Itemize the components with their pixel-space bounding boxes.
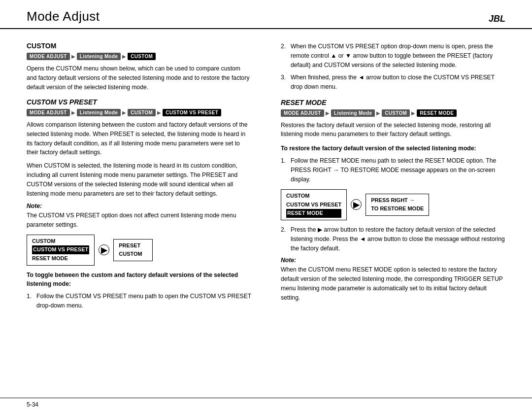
cvp-menu-diagram: CUSTOM CUSTOM VS PRESET RESET MODE ▶ PRE… bbox=[27, 235, 251, 266]
cvp-right-box: PRESET CUSTOM bbox=[113, 239, 153, 261]
step2-num: 2. bbox=[281, 42, 288, 70]
page-number: 5-34 bbox=[27, 401, 38, 408]
restore-step1-text: Follow the RESET MODE menu path to selec… bbox=[291, 156, 505, 184]
reset-arrow3: ▶ bbox=[411, 110, 415, 116]
reset-arrow2: ▶ bbox=[376, 110, 380, 116]
cvp-menu-arrow: ▶ bbox=[99, 244, 109, 255]
breadcrumb-mode-adjust: MODE ADJUST bbox=[27, 53, 70, 60]
reset-right-box: PRESS RIGHT → TO RESTORE MODE bbox=[366, 194, 429, 216]
reset-arrow1: ▶ bbox=[326, 110, 330, 116]
reset-menu-item-cvp: CUSTOM VS PRESET bbox=[286, 201, 341, 209]
toggle-step1: 1. Follow the CUSTOM VS PRESET menu path… bbox=[27, 292, 251, 310]
custom-vs-preset-heading: CUSTOM VS PRESET bbox=[27, 98, 251, 106]
reset-menu-arrow: ▶ bbox=[351, 199, 362, 210]
breadcrumb-arrow1: ▶ bbox=[71, 54, 75, 59]
restore-step1: 1. Follow the RESET MODE menu path to se… bbox=[281, 156, 505, 184]
toggle-instruction: To toggle between the custom and factory… bbox=[27, 271, 251, 289]
breadcrumb-listening-mode: Listening Mode bbox=[77, 53, 121, 60]
breadcrumb2-custom: CUSTOM bbox=[128, 109, 156, 116]
reset-menu-item-reset: RESET MODE bbox=[286, 209, 341, 218]
breadcrumb2-custom-vs-preset: CUSTOM VS PRESET bbox=[163, 109, 221, 116]
step3: 3. When finished, press the ◄ arrow butt… bbox=[281, 73, 505, 92]
reset-right-restore: TO RESTORE MODE bbox=[371, 205, 424, 213]
main-content: CUSTOM MODE ADJUST ▶ Listening Mode ▶ CU… bbox=[0, 29, 532, 398]
cvp-menu-box: CUSTOM CUSTOM VS PRESET RESET MODE bbox=[27, 235, 95, 266]
restore-step2: 2. Press the ▶ arrow button to restore t… bbox=[281, 225, 505, 253]
step2-text: When the CUSTOM VS PRESET option drop-do… bbox=[291, 42, 505, 70]
page-title: Mode Adjust bbox=[27, 9, 100, 24]
cvp-menu-item-reset: RESET MODE bbox=[32, 254, 89, 263]
breadcrumb2-listening-mode: Listening Mode bbox=[77, 109, 121, 116]
right-column: 2. When the CUSTOM VS PRESET option drop… bbox=[273, 37, 505, 398]
reset-body1: Restores the factory default version of … bbox=[281, 121, 505, 139]
custom-heading: CUSTOM bbox=[27, 42, 251, 50]
toggle-step1-num: 1. bbox=[27, 292, 33, 310]
restore-instruction: To restore the factory default version o… bbox=[281, 144, 505, 153]
cvp-menu-item-custom: CUSTOM bbox=[32, 237, 89, 246]
reset-menu-box: CUSTOM CUSTOM VS PRESET RESET MODE bbox=[281, 189, 347, 220]
restore-step2-text: Press the ▶ arrow button to restore the … bbox=[291, 225, 505, 253]
restore-step2-num: 2. bbox=[281, 225, 288, 253]
page: Mode Adjust JBL CUSTOM MODE ADJUST ▶ Lis… bbox=[0, 0, 532, 411]
breadcrumb2-arrow2: ▶ bbox=[122, 110, 126, 115]
toggle-step1-text: Follow the CUSTOM VS PRESET menu path to… bbox=[36, 292, 251, 310]
cvp-body2: When CUSTOM is selected, the listening m… bbox=[27, 161, 251, 199]
reset-breadcrumb: MODE ADJUST ▶ Listening Mode ▶ CUSTOM ▶ … bbox=[281, 109, 505, 117]
header: Mode Adjust JBL bbox=[0, 0, 532, 29]
left-column: CUSTOM MODE ADJUST ▶ Listening Mode ▶ CU… bbox=[27, 37, 259, 398]
breadcrumb2-arrow3: ▶ bbox=[157, 110, 161, 115]
reset-breadcrumb-reset-mode: RESET MODE bbox=[417, 109, 457, 117]
reset-menu-diagram: CUSTOM CUSTOM VS PRESET RESET MODE ▶ PRE… bbox=[281, 189, 505, 220]
reset-menu-item-custom: CUSTOM bbox=[286, 192, 341, 201]
reset-breadcrumb-listening-mode: Listening Mode bbox=[331, 109, 375, 117]
step3-text: When finished, press the ◄ arrow button … bbox=[291, 73, 505, 92]
reset-breadcrumb-mode-adjust: MODE ADJUST bbox=[281, 109, 324, 117]
breadcrumb-arrow2: ▶ bbox=[122, 54, 126, 59]
cvp-body1: Allows comparison listening between the … bbox=[27, 120, 251, 158]
restore-step1-num: 1. bbox=[281, 156, 288, 184]
reset-right-press: PRESS RIGHT → bbox=[371, 196, 424, 205]
custom-breadcrumb: MODE ADJUST ▶ Listening Mode ▶ CUSTOM bbox=[27, 53, 251, 60]
custom-vs-preset-breadcrumb: MODE ADJUST ▶ Listening Mode ▶ CUSTOM ▶ … bbox=[27, 109, 251, 116]
cvp-right-custom: CUSTOM bbox=[119, 250, 147, 259]
step3-num: 3. bbox=[281, 73, 288, 92]
reset-breadcrumb-custom: CUSTOM bbox=[382, 109, 410, 117]
breadcrumb2-arrow1: ▶ bbox=[71, 110, 75, 115]
breadcrumb-custom: CUSTOM bbox=[128, 53, 156, 60]
reset-heading: RESET MODE bbox=[281, 99, 505, 106]
cvp-menu-item-cvp: CUSTOM VS PRESET bbox=[32, 245, 89, 254]
cvp-right-preset: PRESET bbox=[119, 241, 147, 250]
cvp-note-text: The CUSTOM VS PRESET option does not aff… bbox=[27, 211, 251, 230]
custom-body: Opens the CUSTOM menu shown below, which… bbox=[27, 64, 251, 92]
footer: 5-34 bbox=[0, 398, 532, 411]
reset-note-label: Note: bbox=[281, 257, 505, 264]
breadcrumb2-mode-adjust: MODE ADJUST bbox=[27, 109, 70, 116]
step2: 2. When the CUSTOM VS PRESET option drop… bbox=[281, 42, 505, 70]
cvp-note-label: Note: bbox=[27, 203, 251, 209]
reset-note-text: When the CUSTOM menu RESET MODE option i… bbox=[281, 265, 505, 303]
logo: JBL bbox=[489, 14, 505, 24]
